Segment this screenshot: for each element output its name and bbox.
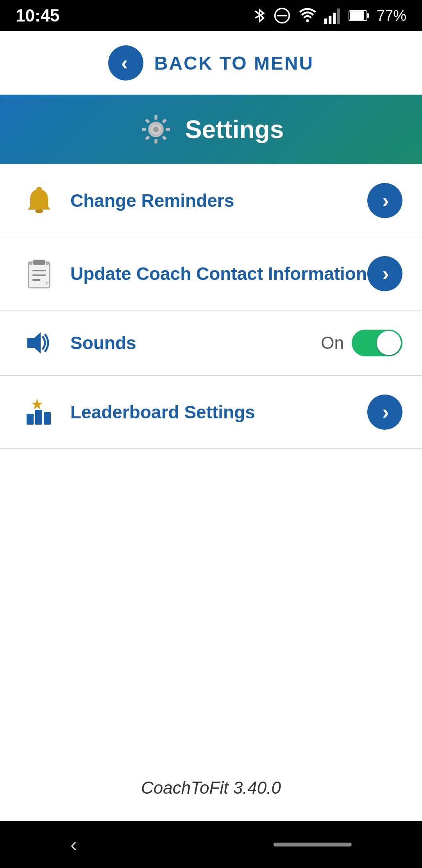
status-bar: 10:45 77% [0, 0, 422, 31]
svg-marker-30 [27, 332, 41, 353]
back-to-menu-button[interactable]: ‹ BACK TO MENU [0, 31, 422, 95]
gear-icon [138, 112, 173, 147]
back-label: BACK TO MENU [154, 52, 314, 74]
svg-rect-8 [367, 13, 369, 18]
settings-menu-list: Change Reminders › Update Coach Contact … [0, 164, 422, 755]
svg-point-28 [29, 262, 32, 265]
change-reminders-arrow[interactable]: › [367, 183, 402, 218]
sounds-toggle[interactable] [352, 330, 402, 356]
svg-line-16 [163, 136, 166, 139]
wifi-icon [298, 7, 317, 24]
svg-rect-24 [33, 260, 45, 265]
svg-line-18 [146, 136, 149, 139]
leaderboard-settings-arrow[interactable]: › [367, 395, 402, 430]
svg-rect-6 [337, 9, 340, 24]
svg-rect-33 [35, 410, 42, 425]
version-text: CoachToFit 3.40.0 [141, 778, 281, 798]
dnd-icon [274, 7, 291, 24]
svg-rect-32 [27, 414, 34, 425]
bell-icon [20, 186, 59, 215]
status-icons: 77% [252, 6, 406, 25]
leaderboard-settings-label: Leaderboard Settings [70, 402, 367, 423]
update-coach-contact-arrow[interactable]: › [367, 256, 402, 291]
change-reminders-item[interactable]: Change Reminders › [0, 164, 422, 237]
leaderboard-icon [20, 396, 59, 428]
svg-point-29 [46, 262, 49, 265]
nav-back-icon[interactable]: ‹ [70, 833, 77, 856]
leaderboard-settings-item[interactable]: Leaderboard Settings › [0, 376, 422, 449]
update-coach-contact-label: Update Coach Contact Information [70, 263, 367, 284]
svg-marker-31 [32, 399, 43, 409]
svg-line-17 [163, 120, 166, 122]
back-circle: ‹ [108, 45, 143, 81]
sounds-item[interactable]: Sounds On [0, 310, 422, 376]
speaker-icon [20, 329, 59, 357]
status-time: 10:45 [16, 6, 60, 25]
nav-home-bar[interactable] [274, 843, 352, 846]
leaderboard-settings-right: › [367, 395, 402, 430]
svg-point-2 [306, 19, 309, 22]
arrow-right-icon-3: › [382, 400, 389, 424]
bluetooth-icon [252, 6, 266, 25]
signal-icon [324, 7, 342, 24]
toggle-knob [377, 331, 401, 355]
sounds-label: Sounds [70, 332, 321, 353]
settings-header: Settings [0, 95, 422, 164]
back-chevron-icon: ‹ [121, 51, 128, 75]
svg-rect-9 [350, 11, 364, 20]
svg-rect-34 [44, 412, 51, 425]
settings-title: Settings [185, 115, 284, 144]
svg-point-20 [153, 127, 159, 132]
bottom-nav-bar: ‹ [0, 821, 422, 868]
svg-rect-4 [329, 16, 331, 24]
arrow-right-icon-2: › [382, 262, 389, 285]
battery-icon [349, 10, 370, 22]
sounds-right: On [321, 330, 402, 356]
sounds-toggle-status: On [321, 333, 344, 353]
update-coach-contact-right: › [367, 256, 402, 291]
battery-percentage: 77% [377, 7, 406, 24]
svg-line-15 [146, 120, 149, 122]
svg-rect-5 [333, 13, 336, 24]
svg-point-22 [35, 209, 43, 213]
notepad-icon [20, 258, 59, 289]
change-reminders-label: Change Reminders [70, 190, 367, 211]
arrow-right-icon: › [382, 189, 389, 212]
svg-rect-3 [324, 18, 327, 24]
change-reminders-right: › [367, 183, 402, 218]
update-coach-contact-item[interactable]: Update Coach Contact Information › [0, 237, 422, 310]
version-section: CoachToFit 3.40.0 [0, 755, 422, 821]
